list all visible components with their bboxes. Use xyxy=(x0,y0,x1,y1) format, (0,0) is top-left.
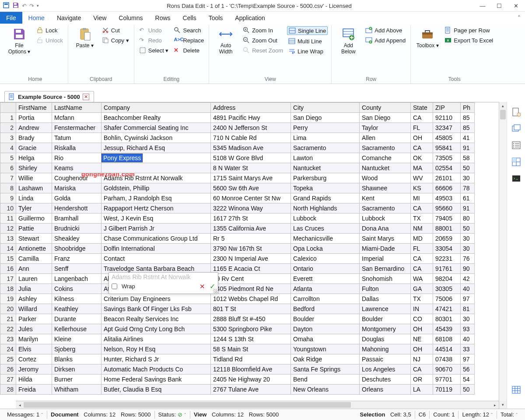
table-row[interactable]: 10TylerHendershottRappaport Hertz Cherso… xyxy=(0,203,475,214)
row-number[interactable]: 2 xyxy=(0,123,16,133)
cell[interactable]: Snohomish xyxy=(360,274,411,284)
table-row[interactable]: 22JulesKellerhouseApt Guid Orng Cnty Lon… xyxy=(0,324,475,334)
cell[interactable]: 801 T St xyxy=(211,304,291,314)
cell[interactable]: Portia xyxy=(16,113,52,123)
cell[interactable]: Everett xyxy=(291,274,360,284)
cell[interactable]: 30 xyxy=(461,314,475,324)
cell[interactable]: Riskalla xyxy=(52,143,102,153)
cell[interactable]: Parker xyxy=(16,314,52,324)
cell[interactable]: Parham, J Randolph Esq xyxy=(102,193,211,203)
cell[interactable]: 56 xyxy=(461,364,475,374)
cell[interactable]: Nantucket xyxy=(291,163,360,173)
cell[interactable]: Beacon Realty Services Inc xyxy=(102,314,211,324)
cell[interactable]: 40 xyxy=(461,284,475,294)
table-row[interactable]: 28FreidaWhithamButler, Claudia B Esq2767… xyxy=(0,385,475,395)
cell[interactable]: 1244 S 13th St xyxy=(211,334,291,344)
save-icon[interactable] xyxy=(12,2,19,10)
cell[interactable]: Calexico xyxy=(291,254,360,264)
cell[interactable]: Topeka xyxy=(291,183,360,193)
col-header[interactable]: City xyxy=(291,103,360,113)
cell[interactable]: Pony Express xyxy=(102,153,211,163)
cell[interactable]: 92231 xyxy=(433,254,461,264)
status-status[interactable]: Status: ⊘ ˅ xyxy=(155,411,190,418)
cell[interactable]: 81 xyxy=(461,304,475,314)
row-number[interactable]: 13 xyxy=(0,234,16,244)
cell[interactable]: Opa Locka xyxy=(291,244,360,254)
cell[interactable]: Ashley xyxy=(16,294,52,304)
row-number[interactable]: 28 xyxy=(0,385,16,395)
cell[interactable]: 73505 xyxy=(433,153,461,163)
cell[interactable]: CA xyxy=(411,254,433,264)
status-messages[interactable]: Messages: 1 ˄ xyxy=(4,411,47,418)
row-number[interactable]: 5 xyxy=(0,153,16,163)
export-excel-button[interactable]: XExport To Excel xyxy=(443,36,494,44)
cell[interactable]: Lauren xyxy=(16,274,52,284)
tab-rows[interactable]: Rows xyxy=(149,12,177,24)
cell[interactable]: 26101 xyxy=(433,173,461,183)
cell[interactable]: 85 xyxy=(461,113,475,123)
cell[interactable]: Brudnicki xyxy=(52,224,102,234)
cell[interactable]: Willie xyxy=(16,173,52,183)
cell[interactable]: Willard xyxy=(16,304,52,314)
row-number[interactable]: 11 xyxy=(0,214,16,224)
table-row[interactable]: 9LindaGoldaParham, J Randolph Esq60 Monr… xyxy=(0,193,475,203)
select-button[interactable]: Select ▾ xyxy=(138,46,170,54)
cell[interactable]: 91 xyxy=(461,143,475,153)
cell[interactable]: 1012 Webbs Chapel Rd xyxy=(211,294,291,304)
cell[interactable]: 3222 Winona Way xyxy=(211,203,291,214)
cell[interactable]: New Orleans xyxy=(291,385,360,395)
delete-button[interactable]: ✕Delete xyxy=(172,46,205,54)
cell[interactable]: 66606 xyxy=(433,183,461,193)
table-row[interactable]: 13StewartSheakleyChase Communications Gr… xyxy=(0,234,475,244)
row-number[interactable]: 14 xyxy=(0,244,16,254)
cell[interactable]: J Gilbert Parrish Jr xyxy=(102,224,211,234)
cell[interactable]: Grand Rapids xyxy=(291,193,360,203)
cell[interactable]: Parkersburg xyxy=(291,173,360,183)
cell[interactable]: Miami-Dade xyxy=(360,244,411,254)
cell[interactable]: 91761 xyxy=(433,264,461,274)
row-number[interactable]: 27 xyxy=(0,374,16,385)
table-row[interactable]: 25CortezBlanksHunter, Richard S JrTidlan… xyxy=(0,354,475,364)
cell[interactable]: 33054 xyxy=(433,244,461,254)
minimize-button[interactable]: — xyxy=(480,3,486,9)
cell[interactable]: Kent xyxy=(360,193,411,203)
cell[interactable]: Marilyn xyxy=(16,334,52,344)
cell[interactable]: 45805 xyxy=(433,133,461,143)
cell[interactable]: 41 xyxy=(461,133,475,143)
cell[interactable]: Shoobridge xyxy=(52,244,102,254)
cell[interactable]: FL xyxy=(411,123,433,133)
cell[interactable]: OK xyxy=(411,153,433,163)
zoom-in-button[interactable]: Zoom In xyxy=(242,26,284,34)
cell[interactable]: Sacramento xyxy=(291,143,360,153)
row-number[interactable]: 23 xyxy=(0,334,16,344)
side-table-icon[interactable] xyxy=(511,384,522,396)
wrap-checkbox[interactable] xyxy=(112,284,117,289)
row-number[interactable]: 19 xyxy=(0,294,16,304)
add-below-button[interactable]: Add Below xyxy=(335,26,361,56)
cell[interactable]: Senff xyxy=(52,264,102,274)
cell[interactable]: 30 xyxy=(461,234,475,244)
cell[interactable]: 88001 xyxy=(433,224,461,234)
cell[interactable]: Burner xyxy=(52,374,102,385)
cell[interactable]: CA xyxy=(411,113,433,123)
cell[interactable]: Carrollton xyxy=(291,294,360,304)
table-row[interactable]: 14AntionetteShoobridgeDolfin Internation… xyxy=(0,244,475,254)
row-number[interactable]: 20 xyxy=(0,304,16,314)
cell[interactable]: 91 xyxy=(461,203,475,214)
cell[interactable]: 07438 xyxy=(433,354,461,364)
cell[interactable]: Adams Rib Rstrnt At Norwalk xyxy=(102,173,211,183)
cell[interactable]: Mariska xyxy=(52,183,102,193)
row-number[interactable]: 8 xyxy=(0,183,16,193)
tab-file[interactable]: File xyxy=(0,12,22,24)
table-row[interactable]: 12PattieBrudnickiJ Gilbert Parrish Jr135… xyxy=(0,224,475,234)
col-header[interactable]: State xyxy=(411,103,433,113)
cell[interactable]: Rr 5 xyxy=(211,234,291,244)
cell[interactable]: 80301 xyxy=(433,314,461,324)
cell[interactable]: 2400 N Jefferson St xyxy=(211,123,291,133)
cell[interactable]: 45439 xyxy=(433,324,461,334)
cell[interactable]: Alitalia Airlines xyxy=(102,334,211,344)
cell[interactable]: Mahoning xyxy=(360,344,411,354)
cell[interactable]: WV xyxy=(411,173,433,183)
cancel-edit-icon[interactable]: ✕ xyxy=(200,283,205,290)
col-header[interactable]: ZIP xyxy=(433,103,461,113)
